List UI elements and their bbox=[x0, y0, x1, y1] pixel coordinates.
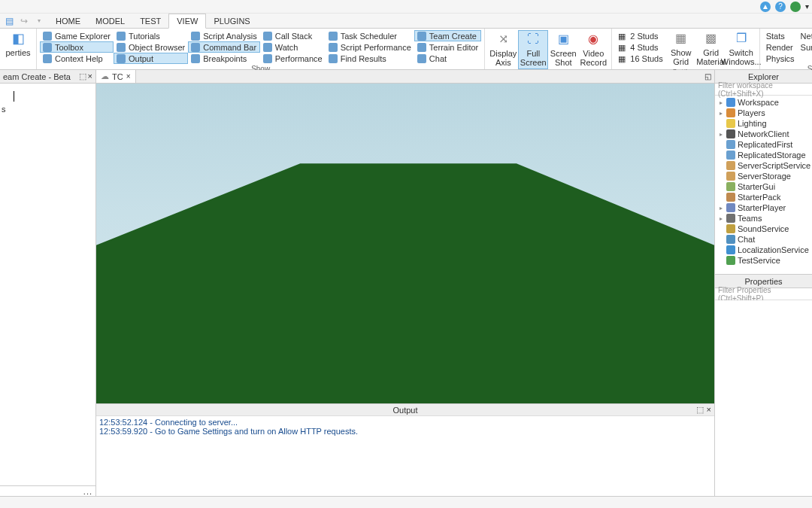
object-browser-button[interactable]: Object Browser bbox=[114, 41, 188, 53]
menu-toggle-icon[interactable]: ▾ bbox=[805, 2, 809, 11]
expand-icon[interactable]: ▸ bbox=[718, 215, 724, 222]
tab-plugins[interactable]: PLUGINS bbox=[206, 14, 257, 28]
toolbox-button[interactable]: Toolbox bbox=[40, 41, 114, 53]
redo-icon[interactable]: ↪ bbox=[18, 15, 30, 27]
output-button[interactable]: Output bbox=[114, 53, 188, 64]
windows-icon: ❐ bbox=[734, 32, 749, 47]
tree-node-lighting[interactable]: Lighting bbox=[715, 118, 812, 129]
file-icon[interactable]: ▤ bbox=[3, 15, 15, 27]
tree-node-replicatedstorage[interactable]: ReplicatedStorage bbox=[715, 150, 812, 160]
fullscreen-icon: ⛶ bbox=[526, 32, 541, 47]
tool-icon bbox=[191, 54, 200, 63]
tab-home[interactable]: HOME bbox=[48, 14, 88, 28]
watch-button[interactable]: Watch bbox=[260, 41, 326, 53]
task-scheduler-button[interactable]: Task Scheduler bbox=[326, 30, 414, 41]
close-icon[interactable]: × bbox=[88, 71, 92, 81]
tutorials-button[interactable]: Tutorials bbox=[114, 30, 188, 41]
tree-node-starterpack[interactable]: StarterPack bbox=[715, 192, 812, 202]
maximize-icon[interactable]: ◱ bbox=[701, 70, 714, 83]
notification-icon[interactable]: ▲ bbox=[760, 2, 771, 12]
tree-label: NetworkClient bbox=[738, 129, 789, 138]
help-icon[interactable]: ? bbox=[775, 2, 786, 12]
performance-button[interactable]: Performance bbox=[260, 53, 326, 64]
cloud-icon: ☁ bbox=[101, 71, 109, 81]
expand-icon[interactable]: ▸ bbox=[718, 131, 724, 138]
tree-node-networkclient[interactable]: ▸NetworkClient bbox=[715, 129, 812, 139]
tab-close-icon[interactable]: × bbox=[126, 72, 131, 81]
tab-model[interactable]: MODEL bbox=[88, 14, 132, 28]
tool-icon bbox=[263, 54, 272, 63]
explorer-tree[interactable]: ▸Workspace▸PlayersLighting▸NetworkClient… bbox=[715, 96, 812, 274]
pin-icon[interactable]: ⬚ bbox=[79, 71, 86, 81]
game-explorer-button[interactable]: Game Explorer bbox=[40, 30, 114, 41]
tree-node-chat[interactable]: Chat bbox=[715, 234, 812, 245]
output-log[interactable]: 12:53:52.124 - Connecting to server...12… bbox=[96, 416, 714, 496]
tree-node-starterplayer[interactable]: ▸StarterPlayer bbox=[715, 202, 812, 213]
service-icon bbox=[726, 182, 735, 191]
render-button[interactable]: Render bbox=[763, 41, 798, 53]
viewport-3d[interactable] bbox=[96, 84, 714, 403]
full-screen-button[interactable]: ⛶Full Screen bbox=[518, 30, 548, 69]
tree-node-soundservice[interactable]: SoundService bbox=[715, 224, 812, 234]
stats-button[interactable]: Stats bbox=[763, 30, 798, 41]
tab-view[interactable]: VIEW bbox=[168, 14, 206, 29]
camera-icon: ▣ bbox=[556, 32, 571, 47]
physics-button[interactable]: Physics bbox=[763, 53, 798, 64]
tree-node-startergui[interactable]: StarterGui bbox=[715, 181, 812, 192]
network-button[interactable]: Network bbox=[798, 30, 812, 41]
tree-node-workspace[interactable]: ▸Workspace bbox=[715, 97, 812, 108]
explorer-filter-input[interactable]: Filter workspace (Ctrl+Shift+X) bbox=[715, 84, 812, 96]
tree-node-serverstorage[interactable]: ServerStorage bbox=[715, 171, 812, 181]
screenshot-button[interactable]: ▣Screen Shot bbox=[548, 30, 578, 69]
script-performance-button[interactable]: Script Performance bbox=[326, 41, 414, 53]
properties-button[interactable]: ◧ perties bbox=[3, 30, 33, 59]
team-create-button[interactable]: Team Create bbox=[414, 30, 481, 41]
service-icon bbox=[726, 245, 735, 254]
grid-icon: ▦ bbox=[674, 32, 689, 47]
chat-button[interactable]: Chat bbox=[414, 53, 481, 64]
find-results-button[interactable]: Find Results bbox=[326, 53, 414, 64]
tool-icon bbox=[117, 54, 126, 63]
panel-title: Output bbox=[392, 406, 417, 415]
pin-icon[interactable]: ⬚ bbox=[696, 405, 704, 415]
expand-icon[interactable]: ▸ bbox=[718, 99, 724, 106]
script-analysis-button[interactable]: Script Analysis bbox=[188, 30, 260, 41]
chevron-down-icon[interactable]: ▾ bbox=[33, 15, 45, 27]
display-axis-button[interactable]: ⤨Display Axis bbox=[488, 30, 518, 69]
summary-button[interactable]: Summary bbox=[798, 41, 812, 53]
tree-label: ServerStorage bbox=[738, 172, 791, 181]
switch-windows-button[interactable]: ❐Switch Windows... bbox=[726, 30, 756, 68]
tab-tc[interactable]: ☁ TC × bbox=[96, 70, 136, 83]
tree-label: StarterPlayer bbox=[738, 203, 786, 212]
tree-label: Lighting bbox=[738, 119, 767, 128]
tree-node-localizationservice[interactable]: LocalizationService bbox=[715, 245, 812, 255]
expand-icon[interactable]: ▸ bbox=[718, 205, 724, 211]
tool-icon bbox=[417, 43, 426, 52]
service-icon bbox=[726, 224, 735, 233]
breakpoints-button[interactable]: Breakpoints bbox=[188, 53, 260, 64]
resize-grip-icon[interactable]: ... bbox=[83, 487, 92, 496]
team-create-input[interactable]: s bbox=[0, 84, 95, 485]
video-record-button[interactable]: ◉Video Record bbox=[578, 30, 608, 69]
properties-filter-input[interactable]: Filter Properties (Ctrl+Shift+P) bbox=[715, 288, 812, 300]
user-icon[interactable] bbox=[790, 2, 801, 12]
show-grid-button[interactable]: ▦Show Grid bbox=[666, 30, 696, 68]
terrain-editor-button[interactable]: Terrain Editor bbox=[414, 41, 481, 53]
service-icon bbox=[726, 151, 735, 160]
tree-node-players[interactable]: ▸Players bbox=[715, 108, 812, 118]
tree-label: StarterPack bbox=[738, 193, 780, 202]
tab-test[interactable]: TEST bbox=[132, 14, 168, 28]
tool-icon bbox=[191, 32, 200, 41]
tree-node-testservice[interactable]: TestService bbox=[715, 255, 812, 266]
service-icon bbox=[726, 119, 735, 128]
tree-node-serverscriptservice[interactable]: ServerScriptService bbox=[715, 160, 812, 171]
document-tabs: ☁ TC × ◱ bbox=[96, 70, 714, 84]
expand-icon[interactable]: ▸ bbox=[718, 110, 724, 117]
call-stack-button[interactable]: Call Stack bbox=[260, 30, 326, 41]
material-icon: ▩ bbox=[704, 32, 719, 47]
tree-node-replicatedfirst[interactable]: ReplicatedFirst bbox=[715, 139, 812, 150]
command-bar-button[interactable]: Command Bar bbox=[188, 41, 260, 53]
context-help-button[interactable]: Context Help bbox=[40, 53, 114, 64]
tree-node-teams[interactable]: ▸Teams bbox=[715, 213, 812, 224]
close-icon[interactable]: × bbox=[707, 405, 711, 415]
